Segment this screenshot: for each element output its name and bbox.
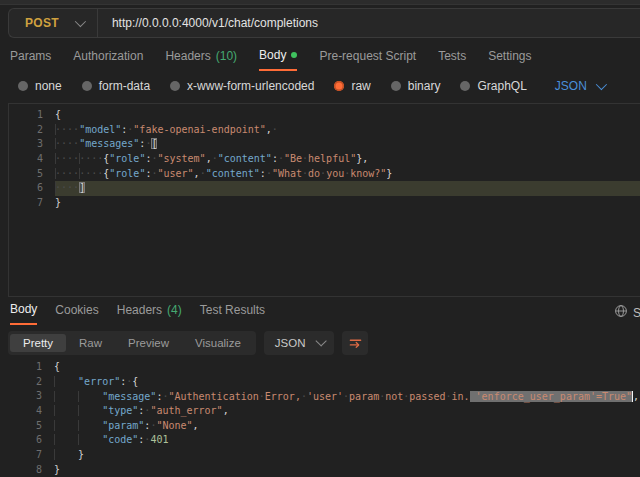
code-line: 4········{"role":·"system",·"content":·"… [9,152,640,167]
code-line: 6 "code":·401 [8,433,640,448]
url-input[interactable]: http://0.0.0.0:4000/v1/chat/completions [98,16,318,30]
line-number: 2 [8,375,54,390]
line-number: 2 [9,123,55,138]
radio-icon [82,81,92,91]
response-tab-headers[interactable]: Headers(4) [117,302,182,325]
response-body-editor[interactable]: 1{2 "error":·{3 "message":·"Authenticati… [8,356,640,477]
method-label: POST [25,16,59,30]
code-line: 8} [8,463,640,477]
code-line: 5 "param":·"None", [8,419,640,434]
code-line: 3····"messages":·[ [9,137,640,152]
line-number: 3 [8,389,54,404]
postman-app: POST http://0.0.0.0:4000/v1/chat/complet… [0,0,640,477]
response-view-switcher: PrettyRawPreviewVisualize [8,331,256,355]
response-toolbar: PrettyRawPreviewVisualize JSON [8,331,368,355]
code-line: 2 "error":·{ [8,375,640,390]
code-line: 7} [9,196,640,211]
response-tabs: BodyCookiesHeaders(4)Test Results [10,302,640,325]
code-line: 7 } [8,448,640,463]
wrap-lines-button[interactable] [342,331,368,355]
radio-icon [391,81,401,91]
tab-tests[interactable]: Tests [438,48,466,71]
body-type-GraphQL[interactable]: GraphQL [460,79,526,93]
line-number: 4 [9,152,55,167]
code-line: 1{ [8,360,640,375]
response-tab-cookies[interactable]: Cookies [55,302,98,325]
radio-icon [170,81,180,91]
globe-icon[interactable] [614,304,628,318]
line-number: 6 [8,433,54,448]
response-tab-test-results[interactable]: Test Results [200,302,265,325]
tab-body[interactable]: Body [259,48,297,71]
response-tab-body[interactable]: Body [10,302,37,325]
body-type-binary[interactable]: binary [391,79,441,93]
view-visualize[interactable]: Visualize [182,334,254,352]
radio-icon [18,81,28,91]
chevron-down-icon [75,16,86,27]
code-line: 5········{"role":·"user",·"content":·"Wh… [9,167,640,182]
line-number: 8 [8,463,54,477]
line-number: 5 [8,419,54,434]
wrap-lines-icon [348,336,363,351]
code-line: 1{ [9,108,640,123]
line-number: 1 [9,108,55,123]
method-selector[interactable]: POST [9,9,97,37]
view-preview[interactable]: Preview [115,334,182,352]
body-type-raw[interactable]: raw [334,79,370,93]
line-number: 7 [8,448,54,463]
line-number: 4 [8,404,54,419]
response-language-label: JSON [275,337,306,349]
body-type-none[interactable]: none [18,79,62,93]
line-number: 7 [9,196,55,211]
line-number: 6 [9,181,55,196]
tab-authorization[interactable]: Authorization [73,48,143,71]
text-caret [632,391,633,402]
tab-headers[interactable]: Headers(10) [165,48,237,71]
chevron-down-icon [316,335,327,346]
top-divider [0,0,640,5]
response-header-icons [614,304,628,318]
tab-pre-request-script[interactable]: Pre-request Script [319,48,416,71]
request-body-editor[interactable]: 1{2····"model":·"fake-openai-endpoint",·… [8,103,640,297]
status-label-cut: S [633,306,640,320]
line-number: 3 [9,137,55,152]
body-type-row: noneform-datax-www-form-urlencodedrawbin… [18,76,604,96]
radio-icon [460,81,470,91]
view-raw[interactable]: Raw [66,334,115,352]
tab-params[interactable]: Params [10,48,51,71]
request-language-dropdown[interactable]: JSON [555,79,604,93]
request-tabs: ParamsAuthorizationHeaders(10)BodyPre-re… [10,48,532,71]
code-line: 2····"model":·"fake-openai-endpoint",· [9,123,640,138]
line-number: 5 [9,167,55,182]
body-type-form-data[interactable]: form-data [82,79,150,93]
unsaved-dot-icon [291,52,297,58]
chevron-down-icon [596,79,607,90]
tab-settings[interactable]: Settings [488,48,531,71]
body-type-x-www-form-urlencoded[interactable]: x-www-form-urlencoded [170,79,314,93]
code-line: 3 "message":·"Authentication·Error,·'use… [8,389,640,404]
response-language-dropdown[interactable]: JSON [264,331,335,355]
code-line: 4 "type":·"auth_error", [8,404,640,419]
line-number: 1 [8,360,54,375]
code-line: 6····] [9,181,640,196]
request-url-bar: POST http://0.0.0.0:4000/v1/chat/complet… [8,8,640,38]
view-pretty[interactable]: Pretty [10,334,66,352]
radio-icon [334,81,344,91]
